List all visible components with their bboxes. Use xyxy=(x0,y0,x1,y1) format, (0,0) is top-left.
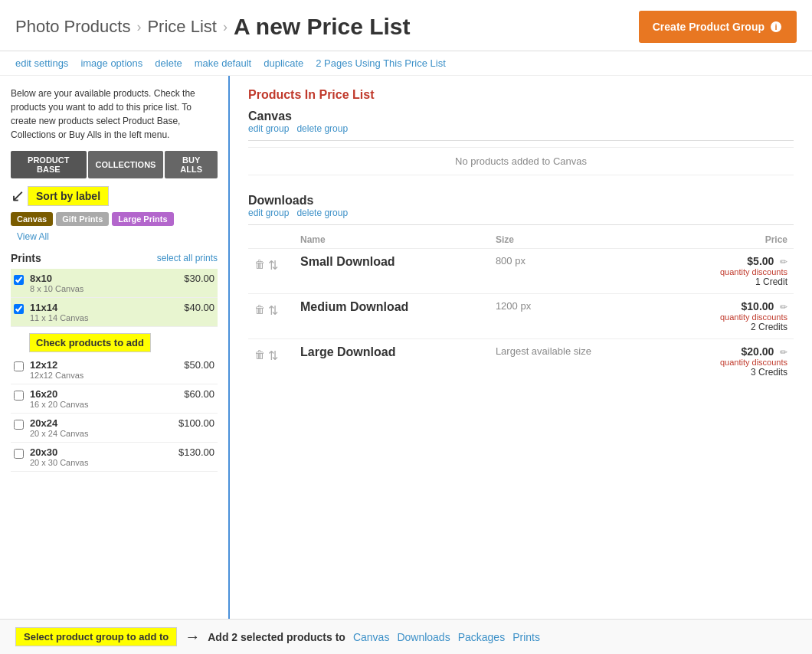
action-icons-large: 🗑 ⇅ xyxy=(254,345,288,363)
product-checkbox-20x30[interactable] xyxy=(14,449,24,459)
downloads-edit-group-link[interactable]: edit group xyxy=(248,208,289,218)
list-item: 20x24 20 x 24 Canvas $100.00 xyxy=(11,414,218,443)
edit-settings-link[interactable]: edit settings xyxy=(15,57,68,69)
downloads-group-name: Downloads xyxy=(248,194,794,208)
product-price-20x24: $100.00 xyxy=(178,417,214,429)
product-name-20x30: 20x30 xyxy=(30,446,178,458)
downloads-delete-group-link[interactable]: delete group xyxy=(296,208,348,218)
select-all-link[interactable]: select all prints xyxy=(157,253,218,263)
buy-alls-tab[interactable]: BUY ALLS xyxy=(165,151,218,178)
create-product-group-button[interactable]: Create Product Group i xyxy=(639,11,797,43)
product-name-11x14: 11x14 xyxy=(30,302,184,313)
small-download-size: 800 px xyxy=(496,255,526,267)
check-products-callout: Check products to add xyxy=(29,333,151,352)
canvas-group-actions: edit group delete group xyxy=(248,123,794,134)
tab-buttons: PRODUCT BASE COLLECTIONS BUY ALLS xyxy=(11,151,218,178)
category-tabs: Canvas Gift Prints Large Prints View All xyxy=(11,212,218,244)
edit-price-icon-small[interactable]: ✏ xyxy=(780,257,787,267)
product-name-16x20: 16x20 xyxy=(30,388,184,400)
collections-tab[interactable]: COLLECTIONS xyxy=(88,151,164,178)
product-checkbox-12x12[interactable] xyxy=(14,361,24,371)
delete-link[interactable]: delete xyxy=(155,57,182,69)
trash-icon-medium[interactable]: 🗑 xyxy=(254,303,265,316)
duplicate-link[interactable]: duplicate xyxy=(264,57,303,69)
trash-icon-large[interactable]: 🗑 xyxy=(254,348,265,361)
large-download-price: $20.00 xyxy=(742,345,774,358)
gift-prints-cat-tab[interactable]: Gift Prints xyxy=(56,212,109,226)
product-list: 8x10 8 x 10 Canvas $30.00 11x14 11 x 14 … xyxy=(11,269,218,472)
large-download-name: Large Download xyxy=(300,345,395,358)
small-download-price: $5.00 xyxy=(747,255,774,267)
product-base-tab[interactable]: PRODUCT BASE xyxy=(11,151,87,178)
sort-icon-medium[interactable]: ⇅ xyxy=(268,303,278,318)
info-icon: i xyxy=(769,20,783,34)
product-checkbox-16x20[interactable] xyxy=(14,391,24,401)
product-checkbox-11x14[interactable] xyxy=(14,304,24,314)
product-sub-12x12: 12x12 Canvas xyxy=(30,371,184,380)
action-icons-small: 🗑 ⇅ xyxy=(254,255,288,273)
breadcrumb-photo-products: Photo Products xyxy=(15,17,130,37)
table-row: 🗑 ⇅ Large Download Largest available siz… xyxy=(248,339,794,384)
sort-label-area: ↙ Sort by label xyxy=(11,186,218,206)
product-sub-11x14: 11 x 14 Canvas xyxy=(30,313,184,322)
col-header-size: Size xyxy=(489,231,664,249)
list-item: 8x10 8 x 10 Canvas $30.00 xyxy=(11,269,218,298)
canvas-group-name: Canvas xyxy=(248,110,794,123)
large-prints-cat-tab[interactable]: Large Prints xyxy=(112,212,173,226)
sort-by-label-badge: Sort by label xyxy=(28,186,109,206)
medium-qty-discount: quantity discounts xyxy=(670,312,787,322)
medium-download-name: Medium Download xyxy=(300,300,408,313)
canvas-delete-group-link[interactable]: delete group xyxy=(296,123,348,134)
bottom-canvas-link[interactable]: Canvas xyxy=(353,631,389,643)
bottom-prints-link[interactable]: Prints xyxy=(512,631,540,643)
small-download-price-col: $5.00 ✏ quantity discounts 1 Credit xyxy=(664,249,794,294)
list-item: 20x30 20 x 30 Canvas $130.00 xyxy=(11,443,218,472)
breadcrumb-current: A new Price List xyxy=(234,14,411,40)
subnav: edit settings image options delete make … xyxy=(0,51,812,76)
breadcrumb-sep1: › xyxy=(136,19,141,35)
col-header-name: Name xyxy=(294,231,489,249)
right-panel: Products In Price List Canvas edit group… xyxy=(230,76,812,630)
product-sub-16x20: 16 x 20 Canvas xyxy=(30,400,184,409)
table-row: 🗑 ⇅ Medium Download 1200 px $10.00 xyxy=(248,294,794,339)
canvas-edit-group-link[interactable]: edit group xyxy=(248,123,289,134)
view-all-cat-tab[interactable]: View All xyxy=(11,229,55,244)
breadcrumb-price-list: Price List xyxy=(147,17,216,37)
image-options-link[interactable]: image options xyxy=(80,57,142,69)
bottom-bar: Select product group to add to → Add 2 s… xyxy=(0,619,812,654)
product-name-20x24: 20x24 xyxy=(30,417,178,429)
main-content: Below are your available products. Check… xyxy=(0,76,812,630)
list-item: 11x14 11 x 14 Canvas $40.00 xyxy=(11,298,218,327)
make-default-link[interactable]: make default xyxy=(195,57,251,69)
bottom-packages-link[interactable]: Packages xyxy=(458,631,505,643)
medium-download-price-col: $10.00 ✏ quantity discounts 2 Credits xyxy=(664,294,794,339)
product-price-11x14: $40.00 xyxy=(184,302,214,313)
product-price-20x30: $130.00 xyxy=(178,446,214,458)
sort-icon-small[interactable]: ⇅ xyxy=(268,258,278,273)
product-checkbox-8x10[interactable] xyxy=(14,275,24,285)
list-item: 12x12 12x12 Canvas $50.00 xyxy=(11,355,218,384)
bottom-downloads-link[interactable]: Downloads xyxy=(397,631,450,643)
left-panel: Below are your available products. Check… xyxy=(0,76,230,630)
canvas-divider xyxy=(248,140,794,141)
select-product-group-label: Select product group to add to xyxy=(15,627,177,646)
bottom-group-links: Canvas Downloads Packages Prints xyxy=(353,631,540,643)
small-credits: 1 Credit xyxy=(670,276,787,287)
left-panel-description: Below are your available products. Check… xyxy=(11,87,218,142)
small-download-name: Small Download xyxy=(300,255,395,268)
product-checkbox-20x24[interactable] xyxy=(14,420,24,430)
downloads-group-actions: edit group delete group xyxy=(248,208,794,218)
medium-credits: 2 Credits xyxy=(670,322,787,332)
add-selected-text: Add 2 selected products to xyxy=(208,631,345,643)
sort-icon-large[interactable]: ⇅ xyxy=(268,348,278,363)
prints-title: Prints xyxy=(11,252,41,264)
pages-using-link[interactable]: 2 Pages Using This Price List xyxy=(316,57,446,69)
canvas-cat-tab[interactable]: Canvas xyxy=(11,212,53,226)
col-header-price: Price xyxy=(664,231,794,249)
trash-icon-small[interactable]: 🗑 xyxy=(254,258,265,270)
edit-price-icon-medium[interactable]: ✏ xyxy=(780,302,787,312)
edit-price-icon-large[interactable]: ✏ xyxy=(780,347,787,358)
callout-area: Check products to add xyxy=(29,330,218,352)
table-row: 🗑 ⇅ Small Download 800 px $5.00 ✏ xyxy=(248,249,794,294)
large-download-price-col: $20.00 ✏ quantity discounts 3 Credits xyxy=(664,339,794,384)
